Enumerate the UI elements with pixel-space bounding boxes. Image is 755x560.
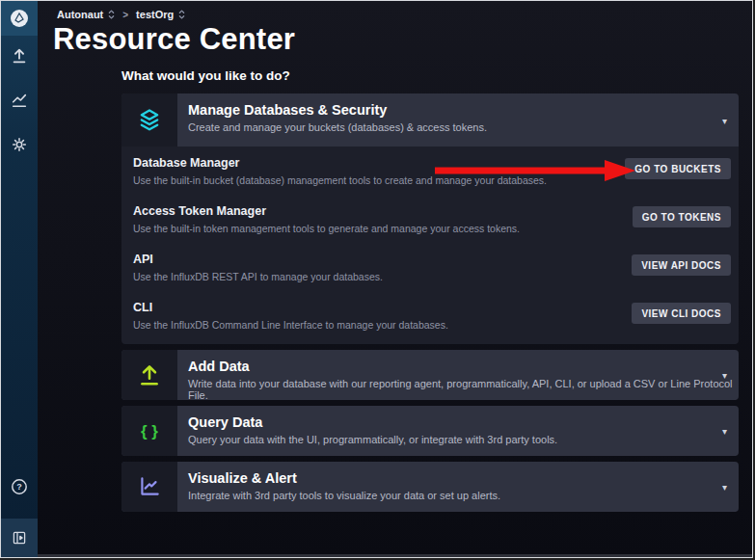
chevron-down-icon: ▾ [722, 115, 727, 125]
view-api-docs-button[interactable]: VIEW API DOCS [632, 254, 731, 276]
view-cli-docs-button[interactable]: VIEW CLI DOCS [632, 303, 731, 324]
panel-title: Query Data [188, 414, 557, 430]
page-title: Resource Center [53, 22, 295, 57]
panel-query-data-header[interactable]: { } Query Data Query your data with the … [121, 406, 739, 456]
graph-icon[interactable] [11, 92, 28, 109]
panel-add-data: Add Data Write data into your database w… [121, 350, 739, 400]
upload-data-icon[interactable] [11, 47, 28, 65]
help-icon[interactable]: ? [1, 478, 38, 495]
breadcrumb-account-label: Autonaut [57, 9, 103, 20]
sidebar-nav [1, 36, 38, 153]
row-api: API Use the InfluxDB REST API to manage … [121, 248, 739, 296]
app-window: ? Autonaut > testOrg [0, 0, 753, 558]
resource-center-content: What would you like to do? Manage Databa… [121, 68, 739, 518]
breadcrumb-org-dropdown[interactable]: testOrg [136, 9, 185, 20]
row-access-token-manager: Access Token Manager Use the built-in to… [121, 200, 739, 248]
panel-description: Write data into your database with our r… [188, 378, 739, 400]
expand-sidebar-icon[interactable] [1, 519, 38, 557]
chevron-down-icon: ▾ [722, 370, 727, 381]
braces-icon: { } [121, 406, 177, 456]
chart-line-icon [121, 462, 177, 512]
window-bottom-edge [38, 554, 752, 557]
chevron-down-icon: ▾ [722, 426, 727, 437]
panel-add-data-header[interactable]: Add Data Write data into your database w… [121, 350, 739, 400]
panel-description: Query your data with the UI, programmati… [188, 434, 557, 445]
row-database-manager: Database Manager Use the built-in bucket… [121, 151, 739, 200]
go-to-buckets-button[interactable]: GO TO BUCKETS [625, 158, 731, 179]
breadcrumb-org-label: testOrg [136, 9, 174, 20]
panel-visualize-alert-header[interactable]: Visualize & Alert Integrate with 3rd par… [121, 462, 739, 512]
panel-title: Manage Databases & Security [188, 102, 487, 118]
panel-query-data: { } Query Data Query your data with the … [121, 406, 739, 456]
upload-icon [121, 350, 177, 400]
breadcrumb: Autonaut > testOrg [57, 9, 185, 20]
go-to-tokens-button[interactable]: GO TO TOKENS [633, 206, 731, 227]
panel-manage-body: Database Manager Use the built-in bucket… [121, 147, 739, 344]
gear-icon[interactable] [11, 136, 28, 153]
svg-text:?: ? [16, 482, 22, 492]
influxdb-logo[interactable] [1, 1, 38, 36]
panel-description: Integrate with 3rd party tools to visual… [188, 490, 500, 501]
panel-manage-databases: Manage Databases & Security Create and m… [121, 93, 739, 344]
panel-title: Add Data [188, 359, 739, 374]
row-cli: CLI Use the InfluxDB Command Line Interf… [121, 296, 739, 344]
breadcrumb-separator: > [122, 10, 128, 20]
main-area: Autonaut > testOrg Resource Center What … [38, 1, 752, 557]
chevron-down-icon: ▾ [722, 482, 727, 493]
sort-caret-icon [178, 9, 185, 20]
panel-manage-header[interactable]: Manage Databases & Security Create and m… [121, 93, 739, 147]
panel-visualize-alert: Visualize & Alert Integrate with 3rd par… [121, 462, 739, 512]
layers-icon [121, 93, 177, 147]
sort-caret-icon [108, 9, 115, 20]
svg-text:{ }: { } [141, 422, 158, 440]
panel-description: Create and manage your buckets (database… [188, 121, 487, 133]
sidebar: ? [1, 1, 38, 557]
breadcrumb-account-dropdown[interactable]: Autonaut [57, 9, 115, 20]
panel-title: Visualize & Alert [188, 470, 500, 486]
section-question: What would you like to do? [121, 68, 739, 83]
